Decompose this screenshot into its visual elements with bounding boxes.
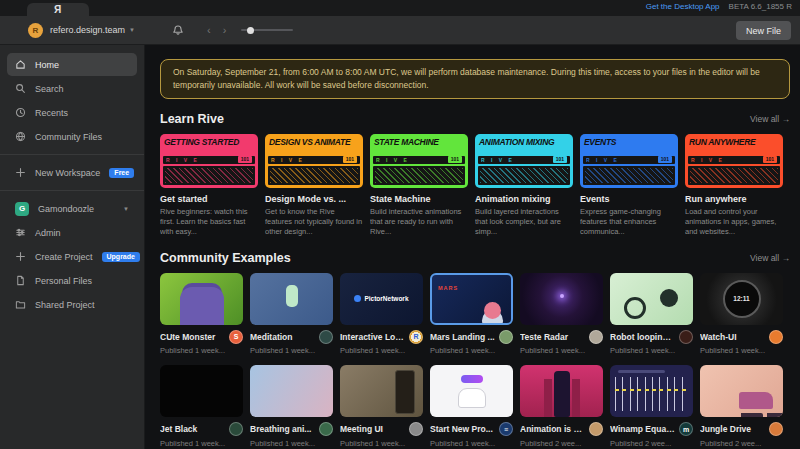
sidebar-item-home[interactable]: Home [7,53,137,76]
learn-card-description: Load and control your animations in apps… [685,207,783,238]
sidebar-item-admin[interactable]: Admin [7,221,137,244]
community-item-breathing-animation: Breathing ani... Published 1 week... [250,365,333,448]
thumbnail[interactable] [340,365,423,417]
author-avatar[interactable] [229,422,243,436]
thumbnail[interactable] [250,365,333,417]
learn-card-art [163,166,255,185]
community-item-title: Animation is a... [520,424,585,434]
zoom-slider-knob[interactable] [247,27,254,34]
community-item-title: Watch-UI [700,332,765,342]
learn-card-cover: State Machine R I V E101 [370,134,468,188]
author-avatar[interactable] [589,422,603,436]
thumbnail[interactable]: MARS [430,273,513,325]
view-all-link[interactable]: View all → [750,114,790,124]
upgrade-badge: Upgrade [102,252,140,262]
thumbnail[interactable]: PictorNetwork [340,273,423,325]
thumbnail[interactable] [250,273,333,325]
thumbnail[interactable] [700,365,783,417]
learn-card-title: Get started [160,194,258,204]
forward-arrow[interactable]: › [223,25,227,36]
view-all-link[interactable]: View all → [750,253,790,263]
learn-card-state-machine[interactable]: State Machine R I V E101 State Machine B… [370,134,468,238]
learn-card-title: Animation mixing [475,194,573,204]
sidebar-item-label: Home [35,60,59,70]
zoom-slider[interactable] [241,29,293,31]
author-avatar[interactable]: ≡ [499,422,513,436]
sidebar-item-new-workspace[interactable]: New Workspace Free [7,161,137,184]
author-avatar[interactable] [769,422,783,436]
community-item-title: Interactive Logo [340,332,405,342]
learn-card-banner-title: Design vs Animate [268,137,360,154]
author-avatar[interactable]: m [679,422,693,436]
search-icon [15,83,26,94]
author-avatar[interactable] [499,330,513,344]
sidebar-item-personal-files[interactable]: Personal Files [7,269,137,292]
chevron-down-icon: ▼ [123,206,129,212]
author-avatar[interactable] [319,422,333,436]
learn-card-banner-title: Getting Started [163,137,255,154]
community-item-teste-radar: Teste Radar Published 1 week... [520,273,603,356]
author-avatar[interactable] [409,422,423,436]
sidebar-workspace-selector[interactable]: G Gamondoozle ▼ [7,197,137,220]
community-item-robot-looping: Robot looping ... Published 1 week... [610,273,693,356]
notifications-bell-icon[interactable] [172,24,184,36]
community-item-title: Winamp Equal... [610,424,675,434]
thumbnail[interactable]: 12:11 [700,273,783,325]
community-row-2: Jet Black Published 1 week... Breathing … [160,365,790,448]
sidebar-item-community-files[interactable]: Community Files [7,125,137,148]
community-item-title: Jet Black [160,424,225,434]
community-item-title: Mars Landing ... [430,332,495,342]
thumbnail-label: PictorNetwork [364,295,408,302]
thumbnail[interactable] [160,273,243,325]
learn-card-description: Rive beginners: watch this first. Learn … [160,207,258,238]
learn-card-title: Design Mode vs. ... [265,194,363,204]
published-label: Published 1 week... [160,439,243,448]
community-item-watch-ui: 12:11 Watch-UI Published 1 week... [700,273,783,356]
author-avatar[interactable] [679,330,693,344]
community-item-title: Teste Radar [520,332,585,342]
published-label: Published 1 week... [340,439,423,448]
toolbar: R refero.design.team ▼ ‹ › New File [0,16,800,45]
thumbnail[interactable] [160,365,243,417]
published-label: Published 1 week... [430,346,513,355]
thumbnail[interactable] [610,273,693,325]
get-desktop-app-link[interactable]: Get the Desktop App [646,2,720,11]
learn-card-getting-started[interactable]: Getting Started R I V E101 Get started R… [160,134,258,238]
community-item-cute-monster: CUte MonsterS Published 1 week... [160,273,243,356]
learn-card-cover: Animation Mixing R I V E101 [475,134,573,188]
author-avatar[interactable]: S [229,330,243,344]
learn-card-events[interactable]: Events R I V E101 Events Express game-ch… [580,134,678,238]
learn-card-animation-mixing[interactable]: Animation Mixing R I V E101 Animation mi… [475,134,573,238]
sidebar-item-label: Search [35,84,64,94]
version-label: BETA 6.6_1855 R [729,2,792,11]
author-avatar[interactable] [319,330,333,344]
learn-card-run-anywhere[interactable]: Run Anywhere R I V E101 Run anywhere Loa… [685,134,783,238]
new-file-button[interactable]: New File [736,21,791,40]
plus-icon [15,251,26,262]
author-avatar[interactable]: R [409,330,423,344]
author-avatar[interactable] [769,330,783,344]
team-selector[interactable]: refero.design.team [50,25,125,35]
admin-sliders-icon [15,227,26,238]
learn-card-design-vs-animate[interactable]: Design vs Animate R I V E101 Design Mode… [265,134,363,238]
learn-card-banner-title: Events [583,137,675,154]
learn-card-cover: Run Anywhere R I V E101 [685,134,783,188]
maintenance-banner: On Saturday, September 21, from 6:00 AM … [160,59,790,99]
app-tab[interactable]: R [27,3,89,16]
user-avatar[interactable]: R [28,23,43,38]
author-avatar[interactable] [589,330,603,344]
thumbnail[interactable] [610,365,693,417]
sidebar-item-shared-project[interactable]: Shared Project [7,293,137,316]
learn-card-title: Run anywhere [685,194,783,204]
sidebar-item-search[interactable]: Search [7,77,137,100]
back-arrow[interactable]: ‹ [207,25,211,36]
watch-face: 12:11 [723,280,761,318]
thumbnail[interactable] [430,365,513,417]
thumbnail[interactable] [520,273,603,325]
learn-card-art [583,166,675,185]
learn-cards-row: Getting Started R I V E101 Get started R… [160,134,790,238]
thumbnail[interactable] [520,365,603,417]
sidebar-item-create-project[interactable]: Create Project Upgrade [7,245,137,268]
sidebar-item-recents[interactable]: Recents [7,101,137,124]
community-item-title: Meditation [250,332,315,342]
